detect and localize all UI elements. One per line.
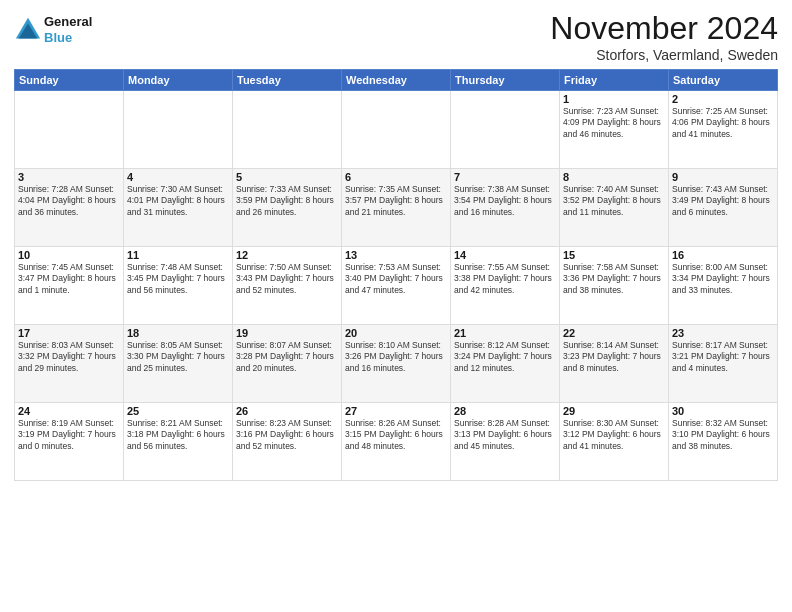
calendar-cell: 22Sunrise: 8:14 AM Sunset: 3:23 PM Dayli… (560, 325, 669, 403)
calendar-cell (451, 91, 560, 169)
calendar-cell: 2Sunrise: 7:25 AM Sunset: 4:06 PM Daylig… (669, 91, 778, 169)
day-number: 25 (127, 405, 229, 417)
day-number: 8 (563, 171, 665, 183)
day-info: Sunrise: 7:25 AM Sunset: 4:06 PM Dayligh… (672, 106, 774, 140)
day-number: 10 (18, 249, 120, 261)
calendar-cell: 13Sunrise: 7:53 AM Sunset: 3:40 PM Dayli… (342, 247, 451, 325)
day-info: Sunrise: 8:07 AM Sunset: 3:28 PM Dayligh… (236, 340, 338, 374)
calendar-cell: 14Sunrise: 7:55 AM Sunset: 3:38 PM Dayli… (451, 247, 560, 325)
calendar-cell: 20Sunrise: 8:10 AM Sunset: 3:26 PM Dayli… (342, 325, 451, 403)
day-number: 7 (454, 171, 556, 183)
logo: General Blue (14, 14, 92, 45)
day-number: 20 (345, 327, 447, 339)
month-title: November 2024 (550, 10, 778, 47)
weekday-header: Monday (124, 70, 233, 91)
calendar-cell: 28Sunrise: 8:28 AM Sunset: 3:13 PM Dayli… (451, 403, 560, 481)
calendar-week-row: 3Sunrise: 7:28 AM Sunset: 4:04 PM Daylig… (15, 169, 778, 247)
weekday-header: Saturday (669, 70, 778, 91)
day-number: 12 (236, 249, 338, 261)
calendar-cell: 4Sunrise: 7:30 AM Sunset: 4:01 PM Daylig… (124, 169, 233, 247)
weekday-header: Sunday (15, 70, 124, 91)
day-info: Sunrise: 7:45 AM Sunset: 3:47 PM Dayligh… (18, 262, 120, 296)
day-info: Sunrise: 8:30 AM Sunset: 3:12 PM Dayligh… (563, 418, 665, 452)
calendar-header-row: SundayMondayTuesdayWednesdayThursdayFrid… (15, 70, 778, 91)
calendar-cell (342, 91, 451, 169)
calendar-week-row: 17Sunrise: 8:03 AM Sunset: 3:32 PM Dayli… (15, 325, 778, 403)
calendar-cell: 10Sunrise: 7:45 AM Sunset: 3:47 PM Dayli… (15, 247, 124, 325)
day-number: 2 (672, 93, 774, 105)
calendar-cell: 29Sunrise: 8:30 AM Sunset: 3:12 PM Dayli… (560, 403, 669, 481)
day-info: Sunrise: 7:23 AM Sunset: 4:09 PM Dayligh… (563, 106, 665, 140)
day-number: 24 (18, 405, 120, 417)
day-info: Sunrise: 8:14 AM Sunset: 3:23 PM Dayligh… (563, 340, 665, 374)
day-number: 1 (563, 93, 665, 105)
calendar-cell: 19Sunrise: 8:07 AM Sunset: 3:28 PM Dayli… (233, 325, 342, 403)
calendar-cell: 1Sunrise: 7:23 AM Sunset: 4:09 PM Daylig… (560, 91, 669, 169)
day-number: 4 (127, 171, 229, 183)
calendar-cell: 27Sunrise: 8:26 AM Sunset: 3:15 PM Dayli… (342, 403, 451, 481)
calendar-cell (15, 91, 124, 169)
day-number: 27 (345, 405, 447, 417)
page: General Blue November 2024 Storfors, Vae… (0, 0, 792, 612)
day-info: Sunrise: 8:17 AM Sunset: 3:21 PM Dayligh… (672, 340, 774, 374)
header-area: General Blue November 2024 Storfors, Vae… (14, 10, 778, 63)
day-info: Sunrise: 7:55 AM Sunset: 3:38 PM Dayligh… (454, 262, 556, 296)
day-info: Sunrise: 8:00 AM Sunset: 3:34 PM Dayligh… (672, 262, 774, 296)
day-info: Sunrise: 7:35 AM Sunset: 3:57 PM Dayligh… (345, 184, 447, 218)
calendar-cell: 26Sunrise: 8:23 AM Sunset: 3:16 PM Dayli… (233, 403, 342, 481)
calendar-cell: 25Sunrise: 8:21 AM Sunset: 3:18 PM Dayli… (124, 403, 233, 481)
weekday-header: Friday (560, 70, 669, 91)
day-number: 16 (672, 249, 774, 261)
calendar-cell (233, 91, 342, 169)
day-number: 22 (563, 327, 665, 339)
calendar-cell: 24Sunrise: 8:19 AM Sunset: 3:19 PM Dayli… (15, 403, 124, 481)
calendar-cell: 17Sunrise: 8:03 AM Sunset: 3:32 PM Dayli… (15, 325, 124, 403)
calendar-cell: 21Sunrise: 8:12 AM Sunset: 3:24 PM Dayli… (451, 325, 560, 403)
title-area: November 2024 Storfors, Vaermland, Swede… (550, 10, 778, 63)
location: Storfors, Vaermland, Sweden (550, 47, 778, 63)
day-number: 30 (672, 405, 774, 417)
day-number: 15 (563, 249, 665, 261)
calendar-cell: 18Sunrise: 8:05 AM Sunset: 3:30 PM Dayli… (124, 325, 233, 403)
day-info: Sunrise: 7:30 AM Sunset: 4:01 PM Dayligh… (127, 184, 229, 218)
day-number: 29 (563, 405, 665, 417)
day-info: Sunrise: 8:32 AM Sunset: 3:10 PM Dayligh… (672, 418, 774, 452)
day-number: 18 (127, 327, 229, 339)
day-info: Sunrise: 8:03 AM Sunset: 3:32 PM Dayligh… (18, 340, 120, 374)
day-info: Sunrise: 7:38 AM Sunset: 3:54 PM Dayligh… (454, 184, 556, 218)
calendar-cell: 8Sunrise: 7:40 AM Sunset: 3:52 PM Daylig… (560, 169, 669, 247)
day-info: Sunrise: 8:05 AM Sunset: 3:30 PM Dayligh… (127, 340, 229, 374)
calendar-week-row: 24Sunrise: 8:19 AM Sunset: 3:19 PM Dayli… (15, 403, 778, 481)
weekday-header: Thursday (451, 70, 560, 91)
weekday-header: Tuesday (233, 70, 342, 91)
calendar-cell: 3Sunrise: 7:28 AM Sunset: 4:04 PM Daylig… (15, 169, 124, 247)
day-info: Sunrise: 7:48 AM Sunset: 3:45 PM Dayligh… (127, 262, 229, 296)
day-info: Sunrise: 7:28 AM Sunset: 4:04 PM Dayligh… (18, 184, 120, 218)
day-info: Sunrise: 8:23 AM Sunset: 3:16 PM Dayligh… (236, 418, 338, 452)
calendar-cell: 30Sunrise: 8:32 AM Sunset: 3:10 PM Dayli… (669, 403, 778, 481)
calendar-week-row: 10Sunrise: 7:45 AM Sunset: 3:47 PM Dayli… (15, 247, 778, 325)
calendar-cell: 6Sunrise: 7:35 AM Sunset: 3:57 PM Daylig… (342, 169, 451, 247)
day-info: Sunrise: 7:50 AM Sunset: 3:43 PM Dayligh… (236, 262, 338, 296)
day-info: Sunrise: 7:33 AM Sunset: 3:59 PM Dayligh… (236, 184, 338, 218)
calendar-cell: 5Sunrise: 7:33 AM Sunset: 3:59 PM Daylig… (233, 169, 342, 247)
day-info: Sunrise: 8:19 AM Sunset: 3:19 PM Dayligh… (18, 418, 120, 452)
day-number: 13 (345, 249, 447, 261)
calendar-cell: 15Sunrise: 7:58 AM Sunset: 3:36 PM Dayli… (560, 247, 669, 325)
day-number: 6 (345, 171, 447, 183)
day-info: Sunrise: 8:10 AM Sunset: 3:26 PM Dayligh… (345, 340, 447, 374)
day-info: Sunrise: 8:28 AM Sunset: 3:13 PM Dayligh… (454, 418, 556, 452)
day-info: Sunrise: 8:21 AM Sunset: 3:18 PM Dayligh… (127, 418, 229, 452)
calendar-cell: 7Sunrise: 7:38 AM Sunset: 3:54 PM Daylig… (451, 169, 560, 247)
calendar-table: SundayMondayTuesdayWednesdayThursdayFrid… (14, 69, 778, 481)
day-number: 3 (18, 171, 120, 183)
day-number: 19 (236, 327, 338, 339)
logo-icon (14, 16, 42, 44)
day-number: 26 (236, 405, 338, 417)
day-info: Sunrise: 8:26 AM Sunset: 3:15 PM Dayligh… (345, 418, 447, 452)
calendar-cell: 23Sunrise: 8:17 AM Sunset: 3:21 PM Dayli… (669, 325, 778, 403)
calendar-cell (124, 91, 233, 169)
logo-text: General Blue (44, 14, 92, 45)
weekday-header: Wednesday (342, 70, 451, 91)
calendar-cell: 12Sunrise: 7:50 AM Sunset: 3:43 PM Dayli… (233, 247, 342, 325)
